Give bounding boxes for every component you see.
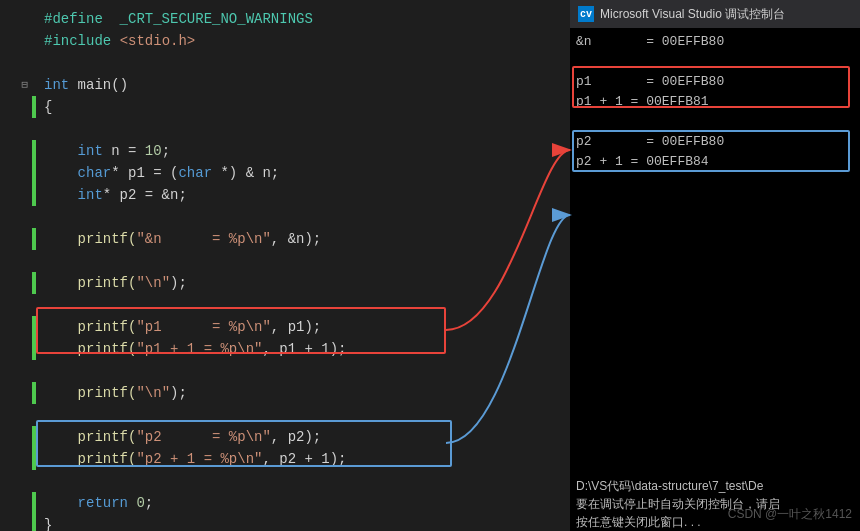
line-content: int* p2 = &n; — [36, 184, 570, 206]
code-line: printf("&n = %p\n", &n); — [0, 228, 570, 250]
console-output-line — [576, 112, 854, 132]
console-titlebar: cv Microsoft Visual Studio 调试控制台 — [570, 0, 860, 28]
code-line: int* p2 = &n; — [0, 184, 570, 206]
line-content: printf("\n"); — [36, 382, 570, 404]
line-content: } — [36, 514, 570, 531]
code-line: printf("p1 = %p\n", p1); — [0, 316, 570, 338]
line-content — [36, 360, 570, 382]
line-content: printf("p1 = %p\n", p1); — [36, 316, 570, 338]
line-content — [36, 52, 570, 74]
code-line — [0, 52, 570, 74]
line-content: #define _CRT_SECURE_NO_WARNINGS — [36, 8, 570, 30]
line-content — [36, 470, 570, 492]
line-content: { — [36, 96, 570, 118]
code-line — [0, 404, 570, 426]
console-output-line — [576, 52, 854, 72]
code-line — [0, 206, 570, 228]
line-gutter: ⊟ — [0, 74, 32, 96]
code-line: int n = 10; — [0, 140, 570, 162]
code-line: #include <stdio.h> — [0, 30, 570, 52]
code-line: ⊟int main() — [0, 74, 570, 96]
code-line: #define _CRT_SECURE_NO_WARNINGS — [0, 8, 570, 30]
code-line: printf("\n"); — [0, 382, 570, 404]
code-line — [0, 250, 570, 272]
code-line: printf("p1 + 1 = %p\n", p1 + 1); — [0, 338, 570, 360]
console-output-line: p1 + 1 = 00EFFB81 — [576, 92, 854, 112]
line-content: #include <stdio.h> — [36, 30, 570, 52]
code-line: return 0; — [0, 492, 570, 514]
console-body: &n = 00EFFB80 p1 = 00EFFB80p1 + 1 = 00EF… — [570, 28, 860, 477]
code-line: char* p1 = (char *) & n; — [0, 162, 570, 184]
line-content: return 0; — [36, 492, 570, 514]
console-output-line: p1 = 00EFFB80 — [576, 72, 854, 92]
code-line — [0, 294, 570, 316]
line-content: printf("p2 = %p\n", p2); — [36, 426, 570, 448]
console-title: Microsoft Visual Studio 调试控制台 — [600, 6, 785, 23]
code-line: { — [0, 96, 570, 118]
code-line — [0, 360, 570, 382]
line-content: printf("p2 + 1 = %p\n", p2 + 1); — [36, 448, 570, 470]
line-content: printf("\n"); — [36, 272, 570, 294]
line-content: printf("p1 + 1 = %p\n", p1 + 1); — [36, 338, 570, 360]
code-line: } — [0, 514, 570, 531]
line-content — [36, 404, 570, 426]
line-content — [36, 118, 570, 140]
code-editor: #define _CRT_SECURE_NO_WARNINGS#include … — [0, 0, 570, 531]
console-output-line: p2 + 1 = 00EFFB84 — [576, 152, 854, 172]
line-content: char* p1 = (char *) & n; — [36, 162, 570, 184]
vs-icon: cv — [578, 6, 594, 22]
line-content: int main() — [36, 74, 570, 96]
code-line — [0, 118, 570, 140]
watermark: CSDN @一叶之秋1412 — [728, 506, 852, 523]
console-panel: cv Microsoft Visual Studio 调试控制台 &n = 00… — [570, 0, 860, 531]
line-content: printf("&n = %p\n", &n); — [36, 228, 570, 250]
console-output-line: &n = 00EFFB80 — [576, 32, 854, 52]
code-line: printf("\n"); — [0, 272, 570, 294]
code-line: printf("p2 + 1 = %p\n", p2 + 1); — [0, 448, 570, 470]
code-line: printf("p2 = %p\n", p2); — [0, 426, 570, 448]
line-content: int n = 10; — [36, 140, 570, 162]
line-content — [36, 206, 570, 228]
line-content — [36, 250, 570, 272]
code-line — [0, 470, 570, 492]
line-content — [36, 294, 570, 316]
console-footer-line: D:\VS代码\data-structure\7_test\De — [570, 477, 860, 495]
console-output-line: p2 = 00EFFB80 — [576, 132, 854, 152]
